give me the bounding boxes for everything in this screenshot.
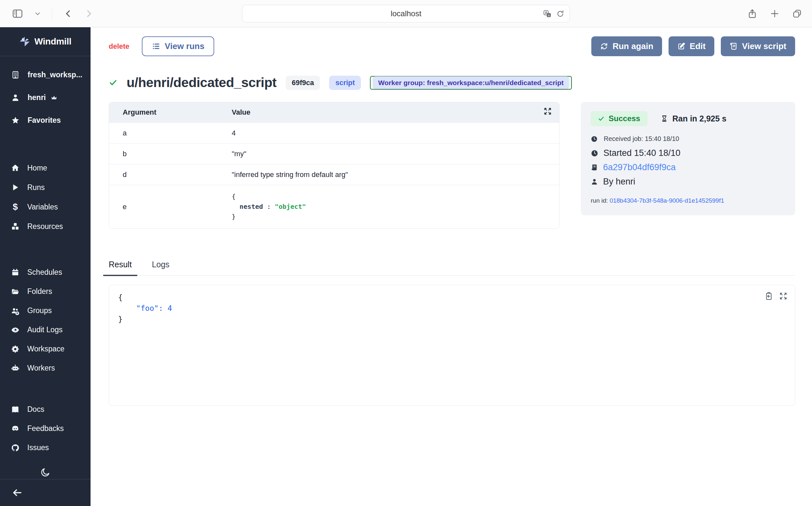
sidebar-item-variables[interactable]: $ Variables [0, 197, 91, 217]
edit-button[interactable]: Edit [669, 36, 714, 56]
table-row: a 4 [109, 122, 559, 143]
back-icon[interactable] [63, 9, 73, 18]
json-number-value: 4 [163, 304, 172, 313]
gear-icon [11, 345, 19, 353]
list-icon [151, 42, 160, 51]
dark-mode-moon-icon[interactable] [40, 467, 50, 478]
sidebar-item-schedules[interactable]: Schedules [0, 263, 91, 282]
nav-label: Variables [27, 203, 58, 212]
received-label: Received job: 15:40 18/10 [604, 135, 679, 143]
sidebar: Windmill fresh_worksp... henri [0, 27, 91, 506]
sidebar-item-folders[interactable]: Folders [0, 282, 91, 301]
forward-icon [84, 9, 94, 18]
sidebar-item-workspace-settings[interactable]: Workspace [0, 339, 91, 358]
sidebar-item-docs[interactable]: Docs [0, 400, 91, 419]
delete-button[interactable]: delete [109, 42, 129, 51]
run-again-button[interactable]: Run again [591, 36, 662, 56]
toolbar-divider [52, 8, 52, 19]
table-header: Argument Value [109, 102, 559, 122]
sidebar-item-workers[interactable]: Workers [0, 358, 91, 378]
run-again-label: Run again [612, 41, 653, 51]
address-bar[interactable]: localhost A a [242, 5, 570, 22]
nav-label: Groups [27, 306, 52, 315]
arg-name: a [109, 129, 232, 138]
nav-label: Resources [27, 222, 63, 231]
view-runs-button[interactable]: View runs [142, 36, 214, 56]
calendar-icon [11, 268, 19, 277]
favorites-label: Favorites [27, 116, 61, 125]
sidebar-item-workspace-switcher[interactable]: fresh_worksp... [0, 63, 91, 86]
windmill-logo-icon [19, 36, 30, 48]
sidebar-item-user[interactable]: henri [0, 86, 91, 109]
table-row: b "my" [109, 143, 559, 164]
tab-result[interactable]: Result [103, 260, 137, 276]
expand-result-icon[interactable] [779, 291, 788, 301]
nav-label: Workers [27, 364, 55, 372]
arg-value: 4 [232, 129, 559, 138]
chevron-down-icon[interactable] [34, 10, 41, 17]
sidebar-item-groups[interactable]: Groups [0, 301, 91, 320]
status-badge: Success [591, 111, 647, 126]
copy-clipboard-icon[interactable] [764, 291, 773, 301]
json-close-brace: } [118, 315, 123, 324]
tab-overview-icon[interactable] [792, 8, 802, 19]
expand-table-icon[interactable] [543, 107, 552, 115]
windmill-brand[interactable]: Windmill [0, 27, 91, 56]
check-icon [598, 115, 605, 122]
eye-icon [11, 326, 19, 334]
tab-logs[interactable]: Logs [146, 260, 175, 275]
arg-name: b [109, 150, 232, 158]
nav-label: Issues [27, 443, 49, 452]
page-title: u/henri/dedicated_script [126, 75, 277, 90]
job-id-link[interactable]: 6a297b04df69f9ca [603, 162, 676, 172]
clock-icon [591, 149, 598, 157]
nav-label: Schedules [27, 268, 62, 277]
building-icon [11, 71, 20, 79]
url-text: localhost [391, 9, 422, 18]
result-tabs: Result Logs [109, 260, 795, 276]
user-name: henri [27, 93, 46, 102]
sidebar-item-feedbacks[interactable]: Feedbacks [0, 419, 91, 438]
collapse-sidebar-icon[interactable] [12, 487, 23, 498]
sidebar-item-favorites[interactable]: Favorites [0, 109, 91, 132]
dollar-icon: $ [11, 202, 19, 212]
json-colon: : [263, 203, 275, 210]
arg-value: "inferred type string from default arg" [232, 170, 559, 179]
github-icon [11, 444, 19, 452]
sidebar-toggle-icon[interactable] [12, 8, 23, 19]
worker-group-badge: Worker group: fresh_workspace:u/henri/de… [370, 76, 572, 90]
view-script-label: View script [742, 41, 786, 51]
sidebar-item-audit-logs[interactable]: Audit Logs [0, 320, 91, 339]
view-script-button[interactable]: View script [721, 36, 795, 56]
author-label: By henri [603, 177, 635, 187]
nav-label: Feedbacks [27, 424, 64, 433]
table-row: d "inferred type string from default arg… [109, 164, 559, 185]
actions-bar: delete View runs Run again [109, 36, 795, 56]
sidebar-item-resources[interactable]: Resources [0, 217, 91, 236]
users-gear-icon [11, 307, 19, 315]
brand-name: Windmill [34, 36, 71, 47]
hourglass-icon [661, 115, 668, 122]
script-scroll-icon [730, 42, 738, 50]
sidebar-item-issues[interactable]: Issues [0, 438, 91, 457]
share-icon[interactable] [747, 8, 757, 19]
arg-value: "my" [232, 150, 559, 158]
duration: Ran in 2,925 s [661, 114, 727, 123]
browser-toolbar: localhost A a [0, 0, 812, 27]
reload-icon[interactable] [556, 10, 565, 18]
star-icon [11, 116, 20, 125]
crown-icon [51, 94, 57, 101]
view-runs-label: View runs [165, 41, 204, 51]
refresh-icon [600, 42, 608, 50]
user-icon [591, 178, 598, 185]
new-tab-icon[interactable] [770, 9, 780, 18]
sidebar-item-home[interactable]: Home [0, 158, 91, 178]
nav-label: Docs [27, 405, 44, 414]
worker-group-label: Worker group: fresh_workspace:u/henri/de… [373, 76, 569, 89]
edit-label: Edit [690, 41, 706, 51]
sidebar-item-runs[interactable]: Runs [0, 178, 91, 197]
home-icon [11, 164, 19, 172]
json-key: nested [239, 203, 263, 210]
run-id-link[interactable]: 018b4304-7b3f-548a-9006-d1e1452599f1 [609, 197, 724, 204]
translate-icon[interactable]: A a [543, 9, 552, 18]
